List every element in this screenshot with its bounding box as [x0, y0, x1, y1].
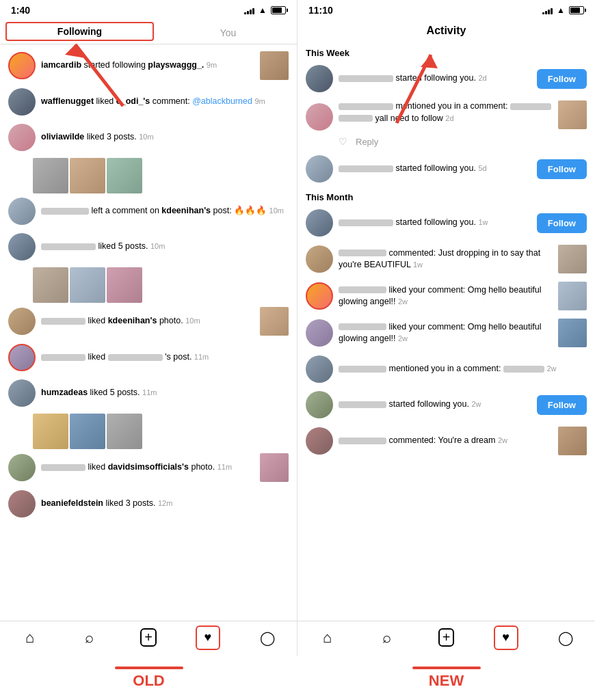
- nav-profile[interactable]: ◯: [536, 627, 595, 648]
- list-item: started following you. 2d Follow: [298, 61, 595, 96]
- thumbnail: [558, 282, 587, 310]
- follow-button[interactable]: Follow: [537, 69, 587, 89]
- section-header: This Month: [298, 187, 595, 205]
- avatar: [8, 52, 36, 79]
- status-bar-left: 1:40 ▲: [0, 0, 297, 19]
- nav-home[interactable]: ⌂: [298, 627, 357, 648]
- thumbnail: [107, 267, 142, 303]
- nav-heart[interactable]: ♥: [476, 627, 536, 648]
- thumbnail-row: [33, 158, 297, 193]
- avatar: [8, 454, 36, 481]
- nav-plus[interactable]: +: [119, 627, 178, 648]
- tab-following[interactable]: Following: [5, 22, 154, 41]
- avatar: [306, 155, 333, 183]
- avatar: [8, 233, 36, 260]
- list-item: liked 5 posts. 10m: [0, 229, 297, 303]
- search-icon: ⌕: [382, 629, 391, 647]
- nav-profile[interactable]: ◯: [237, 627, 297, 648]
- avatar: [8, 88, 36, 116]
- list-item: mentioned you in a comment: yall need to…: [298, 96, 595, 151]
- nav-search[interactable]: ⌕: [357, 627, 416, 648]
- list-item: beaniefeldstein liked 3 posts. 12m: [0, 486, 297, 522]
- profile-icon: ◯: [260, 630, 275, 646]
- heart-icon-active[interactable]: ♥: [494, 625, 518, 650]
- thumbnail: [260, 307, 289, 336]
- list-item: started following you. 1w Follow: [298, 205, 595, 241]
- list-item: oliviawilde liked 3 posts. 10m: [0, 120, 297, 193]
- avatar: [8, 344, 36, 371]
- reply-row: ♡ Reply: [298, 135, 595, 151]
- nav-plus[interactable]: +: [416, 627, 476, 648]
- tab-you[interactable]: You: [159, 22, 297, 44]
- list-item: started following you. 2w Follow: [298, 387, 595, 422]
- heart-icon[interactable]: ♡: [339, 136, 347, 147]
- nav-tabs-left: Following You: [0, 19, 297, 44]
- label-new: NEW: [298, 656, 595, 700]
- follow-button[interactable]: Follow: [537, 395, 587, 415]
- list-item: liked 's post. 11m: [0, 340, 297, 375]
- wifi-icon: ▲: [259, 5, 267, 15]
- time-left: 1:40: [11, 5, 30, 16]
- avatar: [8, 308, 36, 335]
- thumbnail: [107, 414, 142, 449]
- avatar: [306, 355, 333, 383]
- label-old: OLD: [0, 656, 298, 700]
- feed-text: liked your comment: Omg hello beautiful …: [339, 321, 553, 345]
- list-item: wafflenugget liked e_odi_'s comment: @ab…: [0, 84, 297, 120]
- feed-text: beaniefeldstein liked 3 posts. 12m: [41, 498, 289, 510]
- avatar: [306, 427, 333, 455]
- feed-text: started following you. 1w: [339, 217, 531, 229]
- feed-text: liked davidsimsofficials's photo. 11m: [41, 461, 254, 474]
- bottom-nav-left: ⌂ ⌕ + ♥ ◯: [0, 621, 297, 656]
- avatar: [8, 198, 36, 225]
- thumbnail: [33, 267, 68, 303]
- feed-text: commented: You're a dream 2w: [339, 435, 553, 447]
- thumbnail: [33, 158, 68, 193]
- avatar: [306, 391, 333, 418]
- thumbnail: [70, 414, 105, 449]
- avatar: [8, 490, 36, 517]
- feed-text: humzadeas liked 5 posts. 11m: [41, 387, 289, 399]
- feed-text: liked your comment: Omg hello beautiful …: [339, 284, 553, 308]
- bottom-nav-right: ⌂ ⌕ + ♥ ◯: [298, 621, 595, 656]
- feed-text: mentioned you in a comment: yall need to…: [339, 100, 553, 124]
- list-item: commented: You're a dream 2w: [298, 422, 595, 459]
- list-item: humzadeas liked 5 posts. 11m: [0, 375, 297, 449]
- avatar: [8, 379, 36, 407]
- thumbnail: [107, 158, 142, 193]
- list-item: mentioned you in a comment: 2w: [298, 351, 595, 387]
- reply-button[interactable]: Reply: [356, 137, 378, 147]
- thumbnail: [558, 427, 587, 455]
- thumbnail: [260, 453, 289, 482]
- status-icons-right: ▲: [542, 5, 584, 15]
- new-label: NEW: [429, 672, 464, 690]
- battery-icon: [271, 6, 286, 14]
- feed-text: started following you. 5d: [339, 163, 531, 175]
- feed-text: liked 's post. 11m: [41, 351, 289, 364]
- list-item: liked kdeenihan's photo. 10m: [0, 303, 297, 340]
- nav-home[interactable]: ⌂: [0, 627, 60, 648]
- nav-heart[interactable]: ♥: [178, 627, 237, 648]
- follow-button[interactable]: Follow: [537, 159, 587, 179]
- avatar: [306, 245, 333, 273]
- status-bar-right: 11:10 ▲: [298, 0, 595, 19]
- profile-icon: ◯: [558, 630, 573, 646]
- home-icon: ⌂: [323, 629, 332, 647]
- feed-text: liked kdeenihan's photo. 10m: [41, 315, 254, 327]
- list-item: liked your comment: Omg hello beautiful …: [298, 278, 595, 314]
- nav-search[interactable]: ⌕: [60, 627, 119, 648]
- list-item: liked davidsimsofficials's photo. 11m: [0, 449, 297, 486]
- plus-icon: +: [438, 628, 455, 647]
- feed-right: This Week started following you. 2d Foll…: [298, 40, 595, 621]
- follow-button[interactable]: Follow: [537, 213, 587, 233]
- phone-new: 11:10 ▲ Activity: [298, 0, 595, 656]
- feed-text: started following you. 2d: [339, 72, 531, 85]
- status-icons-left: ▲: [244, 5, 286, 15]
- heart-icon-active[interactable]: ♥: [196, 625, 220, 650]
- page-title: Activity: [298, 19, 595, 40]
- signal-icon: [542, 6, 553, 14]
- list-item: iamcardib started following playswaggg_.…: [0, 47, 297, 84]
- search-icon: ⌕: [85, 629, 94, 647]
- signal-icon: [244, 6, 254, 14]
- feed-text: oliviawilde liked 3 posts. 10m: [41, 131, 289, 144]
